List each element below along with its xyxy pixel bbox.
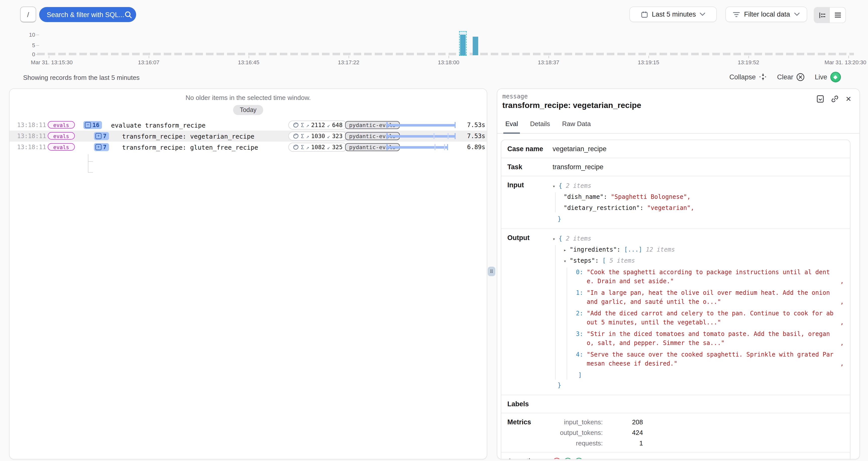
tree-view-button[interactable] — [814, 7, 830, 23]
slash-shortcut-key: / — [20, 6, 36, 23]
day-separator[interactable]: Today — [233, 105, 263, 115]
table-row[interactable]: 13:18:11 evals + 7 transform_recipe: glu… — [9, 142, 487, 153]
detail-scroll-area[interactable]: Case name vegetarian_recipe Task transfo… — [497, 133, 860, 459]
list-view-icon — [834, 12, 841, 18]
duration-text: 7.53s — [454, 122, 485, 128]
x-axis-label: 13:18:00 — [438, 59, 459, 65]
list-view-button[interactable] — [830, 7, 845, 23]
tag-badge[interactable]: evals — [48, 121, 74, 128]
live-toggle[interactable]: Live — [815, 72, 841, 82]
search-placeholder: Search & filter with SQL... — [47, 11, 124, 18]
x-axis-label: 13:18:37 — [538, 59, 559, 65]
assertion-pass-icon[interactable] — [575, 458, 583, 459]
coin-icon — [293, 133, 299, 139]
tree-connector — [88, 154, 88, 173]
span-name[interactable]: transform_recipe: vegetarian_recipe — [122, 132, 254, 140]
time-range-dropdown[interactable]: Last 5 minutes — [629, 6, 717, 22]
input-tokens-icon: ↗ — [306, 144, 309, 150]
chevron-down-icon[interactable]: ▾ — [553, 183, 559, 190]
tree-connector — [88, 161, 93, 162]
output-tokens-icon: ↙ — [327, 144, 330, 150]
tab-eval[interactable]: Eval — [505, 120, 518, 133]
timeline-bar[interactable] — [473, 37, 478, 55]
x-axis-label: Mar 31. 13:15:30 — [31, 59, 72, 65]
collapse-icon — [759, 73, 767, 81]
chevron-right-icon[interactable]: ▸ — [564, 247, 569, 254]
grip-dots-icon: ⠿ — [490, 269, 493, 274]
sigma-icon: Σ — [301, 133, 304, 139]
y-axis-tick: 0 — [5, 51, 35, 57]
expand-node-icon[interactable]: + — [95, 133, 101, 139]
filter-local-data-dropdown[interactable]: Filter local data — [725, 6, 807, 22]
chevron-down-icon[interactable]: ▾ — [553, 236, 559, 243]
timeline-selection-brush[interactable] — [459, 31, 467, 56]
tag-badge[interactable]: evals — [48, 143, 74, 151]
timeline-baseline — [37, 53, 854, 55]
view-mode-toggle — [814, 7, 846, 23]
x-axis-label: 13:16:45 — [238, 59, 259, 65]
children-count-badge[interactable]: + 7 — [94, 143, 109, 151]
metric-name: output_tokens: — [553, 429, 603, 436]
close-icon[interactable]: ✕ — [846, 95, 851, 103]
tag-badge[interactable]: evals — [48, 132, 74, 140]
children-count-badge[interactable]: + 7 — [94, 132, 109, 140]
list-item: 4:"Serve the sauce over the cooked spagh… — [573, 350, 844, 368]
x-axis-label: 13:16:07 — [138, 59, 159, 65]
input-row: Input ▾{ 2 items "dish_name": "Spaghetti… — [501, 176, 850, 229]
task-row: Task transform_recipe — [501, 158, 850, 176]
metric-value: 424 — [603, 429, 643, 436]
span-name[interactable]: transform_recipe: gluten_free_recipe — [122, 144, 258, 151]
assertion-pass-icon[interactable] — [564, 458, 572, 459]
app-window: / Search & filter with SQL... Last 5 min… — [0, 0, 868, 461]
calendar-icon — [641, 11, 648, 18]
panel-resize-handle[interactable]: ⠿ — [488, 267, 495, 276]
output-tokens-icon: ↙ — [327, 122, 330, 128]
y-axis-tick: 5 — [5, 42, 35, 48]
duration-bar — [386, 144, 456, 150]
table-row[interactable]: 13:18:11 evals − 16 evaluate transform_r… — [9, 120, 487, 130]
tab-details[interactable]: Details — [530, 120, 550, 133]
dock-panel-icon[interactable] — [816, 95, 825, 103]
duration-bar — [386, 133, 456, 139]
span-name[interactable]: evaluate transform_recipe — [111, 122, 206, 129]
clear-button[interactable]: Clear — [777, 73, 805, 81]
x-axis-label: 13:17:22 — [338, 59, 360, 65]
x-axis-label: Mar 31. 13:20:30 — [825, 59, 866, 65]
table-row-selected[interactable]: 13:18:11 evals + 7 transform_recipe: veg… — [9, 130, 487, 142]
y-axis-tick: 10 — [5, 32, 35, 38]
list-item: 3:"Stir in the diced tomatoes and tomato… — [573, 330, 844, 347]
record-kind-label: message — [502, 93, 528, 100]
coin-icon — [293, 122, 299, 128]
children-count-badge[interactable]: − 16 — [83, 121, 102, 129]
duration-text: 7.53s — [454, 132, 485, 140]
token-usage-badge: Σ ↗ 1030 ↙ 323 — [288, 131, 347, 141]
chevron-down-icon — [794, 12, 800, 16]
live-indicator-icon — [830, 72, 841, 82]
assertion-fail-icon[interactable] — [553, 458, 561, 459]
collapse-node-icon[interactable]: − — [85, 122, 91, 128]
collapse-label: Collapse — [730, 73, 756, 81]
tree-connector — [88, 172, 93, 173]
clear-label: Clear — [777, 73, 794, 81]
live-label: Live — [815, 73, 827, 81]
chevron-down-icon[interactable]: ▾ — [564, 258, 569, 265]
metric-value: 1 — [603, 439, 643, 447]
eval-card: Case name vegetarian_recipe Task transfo… — [501, 140, 850, 459]
assertions-row: Assertions — [501, 453, 850, 459]
metric-name: requests: — [553, 439, 603, 447]
duration-text: 6.89s — [454, 144, 485, 151]
output-json-viewer[interactable]: ▾{ 2 items ▸"ingredients": [...] 12 item… — [553, 234, 844, 390]
labels-row: Labels — [501, 395, 850, 413]
search-input[interactable]: Search & filter with SQL... — [39, 7, 136, 22]
list-item: 0:"Cook the spaghetti according to packa… — [573, 268, 844, 286]
input-json-viewer[interactable]: ▾{ 2 items "dish_name": "Spaghetti Bolog… — [553, 181, 844, 223]
expand-node-icon[interactable]: + — [95, 144, 101, 150]
metric-name: input_tokens: — [553, 418, 603, 426]
clear-circle-x-icon — [797, 73, 805, 81]
tab-raw-data[interactable]: Raw Data — [562, 120, 591, 133]
token-usage-badge: Σ ↗ 2112 ↙ 648 — [288, 121, 347, 129]
copy-link-icon[interactable] — [831, 95, 839, 103]
records-timeline-chart[interactable]: 10 5 0 Mar 31. 13:15:30 13:16:07 13:16:4… — [0, 25, 868, 68]
filter-icon — [733, 11, 740, 17]
collapse-button[interactable]: Collapse — [730, 73, 767, 81]
